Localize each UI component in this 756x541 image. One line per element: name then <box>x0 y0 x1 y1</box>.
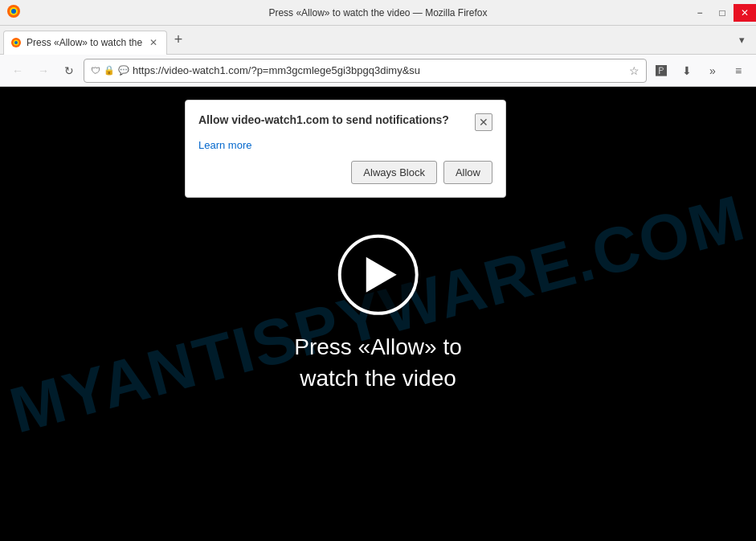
video-text-line1: Press «Allow» to <box>294 330 462 362</box>
video-prompt-text: Press «Allow» to watch the video <box>294 330 462 393</box>
notification-popup: Allow video-watch1.com to send notificat… <box>185 100 506 198</box>
allow-button[interactable]: Allow <box>443 161 492 184</box>
learn-more-link[interactable]: Learn more <box>198 139 251 151</box>
titlebar-title: Press «Allow» to watch the video — Mozil… <box>0 7 756 18</box>
new-tab-button[interactable]: + <box>167 29 190 51</box>
back-button[interactable]: ← <box>6 59 29 82</box>
play-triangle-icon <box>366 256 396 292</box>
minimize-button[interactable]: − <box>689 4 711 22</box>
urlbar[interactable]: 🛡 🔒 💬 https://video-watch1.com/?p=mm3gcm… <box>84 59 647 83</box>
popup-title: Allow video-watch1.com to send notificat… <box>198 113 475 126</box>
tabbar: Press «Allow» to watch the ✕ + ▾ <box>0 26 756 55</box>
forward-button[interactable]: → <box>32 59 55 82</box>
svg-point-5 <box>14 41 18 44</box>
shield-icon: 🛡 <box>91 65 100 76</box>
reload-button[interactable]: ↻ <box>58 59 80 82</box>
close-button[interactable]: ✕ <box>734 4 756 22</box>
video-play-area: Press «Allow» to watch the video <box>294 234 462 393</box>
tab-close-button[interactable]: ✕ <box>147 36 160 49</box>
popup-close-button[interactable]: ✕ <box>475 113 492 131</box>
play-button[interactable] <box>337 234 418 314</box>
tab-title: Press «Allow» to watch the <box>27 37 142 48</box>
bookmark-star-icon[interactable]: ☆ <box>629 64 640 77</box>
firefox-logo-area <box>0 4 21 22</box>
more-tools-button[interactable]: » <box>701 59 724 82</box>
tab-favicon <box>10 37 22 48</box>
popup-header: Allow video-watch1.com to send notificat… <box>198 113 492 131</box>
popup-buttons: Always Block Allow <box>198 161 492 184</box>
lock-icon: 🔒 <box>104 65 115 76</box>
titlebar: Press «Allow» to watch the video — Mozil… <box>0 0 756 26</box>
video-text-line2: watch the video <box>294 363 462 394</box>
menu-button[interactable]: ≡ <box>727 59 750 82</box>
active-tab[interactable]: Press «Allow» to watch the ✕ <box>3 31 167 55</box>
firefox-logo <box>6 4 21 18</box>
content-area: MYANTISPYWARE.COM Press «Allow» to watch… <box>0 87 756 541</box>
urlbar-icons: 🛡 🔒 💬 <box>91 65 129 76</box>
always-block-button[interactable]: Always Block <box>351 161 437 184</box>
pocket-button[interactable]: 🅿 <box>650 59 672 82</box>
urlbar-text: https://video-watch1.com/?p=mm3gcmlege5g… <box>133 64 626 76</box>
svg-point-2 <box>11 9 16 14</box>
notification-icon: 💬 <box>118 65 129 76</box>
nav-right-icons: 🅿 ⬇ » ≡ <box>650 59 750 82</box>
download-button[interactable]: ⬇ <box>676 59 698 82</box>
tab-dropdown-button[interactable]: ▾ <box>730 29 753 51</box>
titlebar-controls: − □ ✕ <box>689 4 756 22</box>
maximize-button[interactable]: □ <box>711 4 734 22</box>
navbar: ← → ↻ 🛡 🔒 💬 https://video-watch1.com/?p=… <box>0 55 756 87</box>
